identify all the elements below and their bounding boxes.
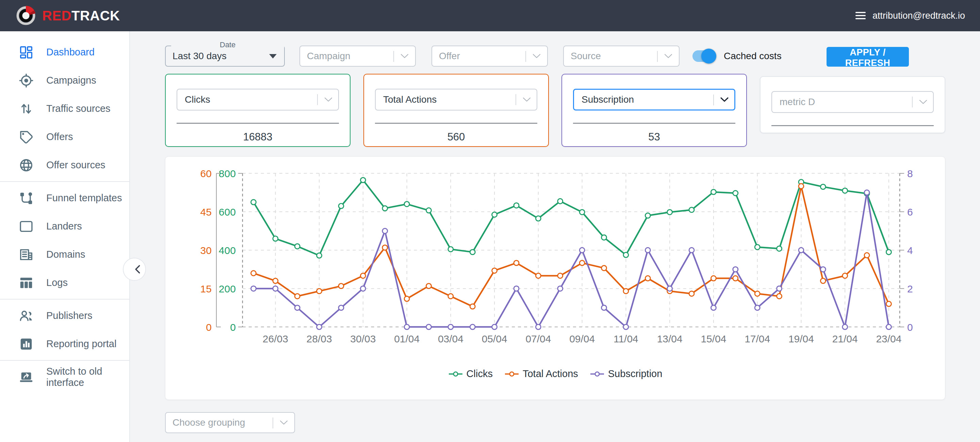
chart-legend: ClicksTotal ActionsSubscription	[165, 368, 945, 379]
sidebar-item-label: Reporting portal	[46, 338, 116, 350]
arrows-up-down-icon	[18, 101, 34, 117]
svg-text:30/03: 30/03	[350, 333, 375, 344]
sidebar-item-domains[interactable]: Domains	[0, 240, 129, 269]
metric-select-value: Subscription	[582, 94, 634, 105]
svg-text:28/03: 28/03	[307, 333, 332, 344]
chevron-down-icon	[919, 99, 928, 105]
svg-text:17/04: 17/04	[745, 333, 770, 344]
sidebar-item-label: Switch to old interface	[46, 366, 129, 388]
sidebar-item-traffic-sources[interactable]: Traffic sources	[0, 95, 129, 123]
chevron-down-icon	[400, 53, 409, 59]
sidebar-divider	[0, 181, 129, 182]
account-email[interactable]: attribution@redtrack.io	[872, 11, 965, 21]
sidebar-item-switch-old-interface[interactable]: Switch to old interface	[0, 363, 129, 391]
sidebar-item-label: Publishers	[46, 310, 92, 321]
chevron-down-icon	[324, 97, 333, 102]
metric-value: 560	[364, 131, 548, 143]
svg-text:60: 60	[200, 168, 212, 179]
sidebar-item-landers[interactable]: Landers	[0, 212, 129, 240]
metric-select-value: Total Actions	[383, 94, 437, 105]
svg-text:03/04: 03/04	[438, 333, 463, 344]
source-select-placeholder: Source	[571, 51, 601, 62]
cached-costs-toggle[interactable]	[692, 50, 715, 62]
sidebar-item-label: Traffic sources	[46, 103, 111, 114]
legend-marker-icon	[590, 371, 605, 377]
caret-down-icon	[269, 54, 277, 59]
sidebar-collapse-button[interactable]	[123, 258, 146, 281]
sidebar-item-publishers[interactable]: Publishers	[0, 302, 129, 330]
metric-card-empty: metric D	[760, 76, 945, 133]
chevron-down-icon	[522, 97, 531, 102]
hamburger-icon[interactable]	[855, 11, 866, 20]
tag-icon	[18, 129, 34, 145]
select-divider	[272, 418, 273, 428]
svg-text:0: 0	[206, 322, 212, 333]
offer-select-placeholder: Offer	[439, 51, 460, 62]
legend-marker-icon	[504, 371, 519, 377]
card-underline	[375, 123, 537, 124]
bar-chart-icon	[18, 336, 34, 352]
date-range-select[interactable]: Date Last 30 days	[165, 46, 285, 67]
legend-item-total-actions[interactable]: Total Actions	[504, 368, 578, 379]
metric-card-subscription: Subscription 53	[562, 74, 747, 147]
campaign-select[interactable]: Campaign	[299, 46, 416, 67]
legend-item-subscription[interactable]: Subscription	[590, 368, 662, 379]
svg-text:11/04: 11/04	[614, 333, 638, 344]
metric-value: 16883	[166, 131, 350, 143]
sidebar-item-funnel-templates[interactable]: Funnel templates	[0, 184, 129, 212]
redtrack-logo: REDTRACK	[15, 5, 120, 27]
select-divider	[657, 51, 658, 62]
svg-text:4: 4	[907, 245, 913, 256]
globe-icon	[18, 157, 34, 173]
svg-text:8: 8	[907, 168, 913, 179]
sidebar-item-campaigns[interactable]: Campaigns	[0, 66, 129, 95]
offer-select[interactable]: Offer	[431, 46, 548, 67]
metric-select[interactable]: Clicks	[177, 89, 339, 111]
svg-text:21/04: 21/04	[832, 333, 858, 344]
building-icon	[18, 247, 34, 263]
browser-icon	[18, 219, 34, 234]
sidebar-divider	[0, 299, 129, 299]
select-divider	[515, 94, 516, 105]
svg-text:19/04: 19/04	[788, 333, 814, 344]
logo-text: REDTRACK	[42, 8, 120, 24]
svg-text:15/04: 15/04	[701, 333, 726, 344]
svg-text:800: 800	[219, 168, 236, 179]
svg-text:26/03: 26/03	[263, 333, 288, 344]
main-content: Date Last 30 days Campaign Offer Source …	[130, 31, 980, 442]
sidebar-item-reporting-portal[interactable]: Reporting portal	[0, 330, 129, 358]
sidebar-item-offers[interactable]: Offers	[0, 123, 129, 151]
card-underline	[772, 125, 934, 126]
sidebar-item-label: Logs	[46, 277, 68, 288]
sidebar: Dashboard Campaigns Traffic sources Offe…	[0, 31, 130, 442]
metric-select[interactable]: Subscription	[573, 89, 735, 111]
select-divider	[713, 95, 714, 105]
metric-select[interactable]: Total Actions	[375, 89, 537, 111]
svg-text:15: 15	[200, 283, 212, 295]
nodes-icon	[18, 190, 34, 206]
svg-text:30: 30	[200, 245, 212, 256]
svg-text:45: 45	[200, 206, 212, 218]
sidebar-item-label: Campaigns	[46, 75, 96, 86]
redtrack-logo-icon	[15, 5, 37, 27]
svg-text:600: 600	[219, 206, 236, 218]
sidebar-item-label: Funnel templates	[46, 192, 122, 204]
logo-red: RED	[42, 8, 72, 23]
metric-select[interactable]: metric D	[772, 91, 934, 113]
legend-item-clicks[interactable]: Clicks	[448, 368, 493, 379]
chart-panel: 01530456002004006008000246826/0328/0330/…	[165, 157, 945, 400]
sidebar-item-label: Domains	[46, 249, 85, 260]
svg-text:09/04: 09/04	[569, 333, 595, 344]
source-select[interactable]: Source	[563, 46, 679, 67]
svg-text:2: 2	[907, 283, 913, 295]
toggle-knob	[701, 49, 716, 63]
svg-text:0: 0	[230, 322, 236, 333]
choose-grouping-select[interactable]: Choose grouping	[165, 412, 295, 433]
apply-refresh-button[interactable]: APPLY / REFRESH	[827, 47, 909, 67]
sidebar-item-logs[interactable]: Logs	[0, 269, 129, 297]
sidebar-item-dashboard[interactable]: Dashboard	[0, 38, 129, 66]
sidebar-item-offer-sources[interactable]: Offer sources	[0, 151, 129, 179]
svg-text:400: 400	[219, 245, 236, 256]
campaign-select-placeholder: Campaign	[307, 51, 350, 62]
grouping-placeholder: Choose grouping	[172, 417, 245, 428]
